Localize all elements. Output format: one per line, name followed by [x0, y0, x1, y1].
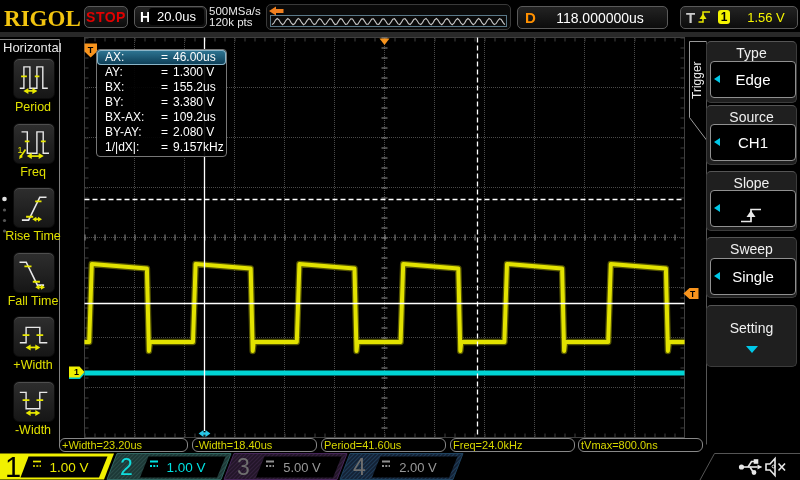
svg-text:1: 1 — [5, 451, 21, 480]
svg-text:1: 1 — [18, 144, 23, 154]
svg-text:1: 1 — [74, 367, 79, 377]
svg-text:2: 2 — [120, 454, 133, 480]
svg-text:3: 3 — [237, 454, 250, 480]
svg-text:2.00 V: 2.00 V — [399, 460, 437, 475]
svg-text:5.00 V: 5.00 V — [283, 460, 321, 475]
svg-text:T: T — [690, 289, 696, 299]
svg-text:1.00 V: 1.00 V — [49, 460, 88, 475]
svg-text:1.00 V: 1.00 V — [166, 460, 205, 475]
svg-text:4: 4 — [353, 454, 366, 480]
svg-text:T: T — [88, 45, 94, 55]
